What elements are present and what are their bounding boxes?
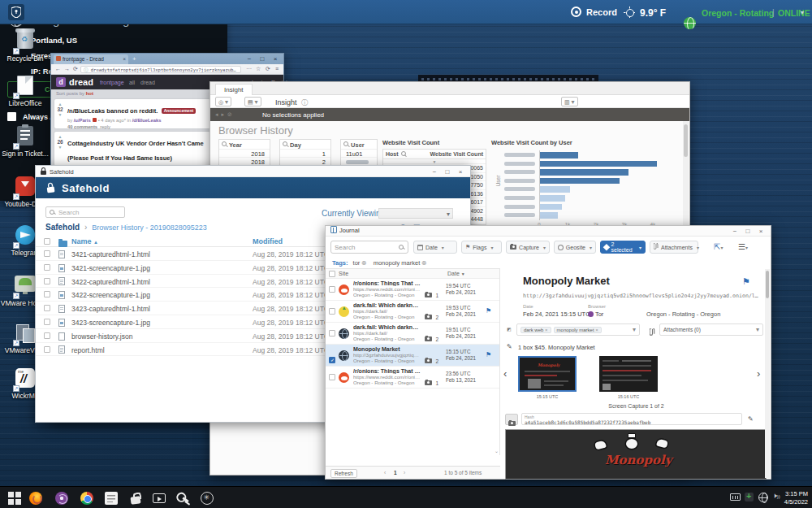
safehold-search-input[interactable]: Search — [45, 206, 125, 218]
info-icon[interactable]: ⓘ — [301, 98, 308, 107]
filter-capture[interactable]: Capture▾ — [506, 241, 550, 254]
tor-browser-icon[interactable] — [55, 492, 68, 505]
flag-icon[interactable]: ⚑ — [486, 307, 491, 315]
maximize-icon[interactable]: □ — [441, 168, 454, 176]
search-icon[interactable] — [401, 151, 407, 157]
detail-scrollbar[interactable] — [765, 269, 770, 478]
key-tool-icon[interactable] — [174, 489, 192, 507]
row-checkbox[interactable] — [44, 305, 50, 311]
remove-tag-icon[interactable]: × — [545, 328, 548, 332]
select-all-checkbox[interactable] — [44, 238, 50, 245]
row-checkbox[interactable] — [329, 330, 335, 336]
minimize-icon[interactable]: − — [728, 228, 741, 235]
vmware-tools-tray-icon[interactable] — [745, 493, 754, 501]
remove-tag-icon[interactable]: ⊗ — [421, 259, 426, 267]
carousel-prev-icon[interactable]: ‹ — [503, 367, 507, 380]
detail-tags-select[interactable]: dark web × monopoly market × ▾ — [516, 323, 640, 336]
filter-geosite[interactable]: Geosite▾ — [554, 241, 596, 254]
detail-note[interactable]: 1 box $45. Monopoly Market — [518, 344, 595, 351]
downvote-icon[interactable]: ▼ — [58, 112, 63, 117]
detail-url[interactable]: http://3gzfahduivuujvgjqztiq5vd2i5hnoowf… — [523, 293, 758, 299]
file-name[interactable]: report.html — [71, 346, 105, 354]
sort-posts-row[interactable]: Sort posts by hot — [56, 91, 93, 96]
site-column-header[interactable]: Site — [339, 271, 348, 276]
maximize-icon[interactable]: □ — [741, 228, 754, 235]
dread-post[interactable]: ▲26▼ CottageIndustry UK Vendor Order Has… — [54, 132, 210, 166]
remove-tag-icon[interactable]: × — [595, 328, 598, 332]
file-name[interactable]: browser-history.json — [71, 332, 132, 341]
sheet-list-dropdown[interactable]: ▤ ▾ — [244, 97, 261, 106]
chart-bar[interactable] — [540, 204, 562, 211]
scroll-down-icon[interactable]: ⌄ — [495, 448, 499, 454]
navigation-dropdown[interactable]: ◎ ▾ — [215, 97, 231, 106]
journal-taskbar-icon[interactable] — [105, 492, 118, 505]
file-name[interactable]: 3421-capturedhtml-1.html — [71, 250, 150, 258]
entry-title[interactable]: dark.fail: Which darknet sites ar... — [353, 302, 421, 308]
shield-pin-icon[interactable] — [8, 4, 24, 20]
safehold-taskbar-icon[interactable] — [129, 492, 142, 505]
chrome-icon[interactable] — [80, 492, 93, 505]
search-icon[interactable] — [283, 141, 288, 147]
remove-tag-icon[interactable]: ⊗ — [361, 259, 366, 267]
page-actions-icon[interactable]: ⋯ — [246, 66, 252, 72]
chart-bar[interactable] — [540, 161, 657, 167]
bookmark-dropdown[interactable]: ▥ ▾ — [561, 97, 578, 106]
post-author[interactable]: /u/Paris — [74, 118, 91, 123]
chart-bar[interactable] — [540, 169, 628, 176]
next-page-icon[interactable]: › — [404, 470, 405, 475]
date-column-header[interactable]: Date ▼ — [447, 271, 465, 276]
current-page[interactable]: 1 — [394, 470, 397, 475]
tag-chip[interactable]: tor⊗ — [353, 259, 367, 267]
pencil-icon[interactable]: ✎ — [748, 415, 754, 423]
nav-dread[interactable]: dread — [140, 80, 155, 85]
breadcrumb-root[interactable]: Safehold — [45, 223, 80, 232]
dread-logo-icon[interactable]: d — [56, 77, 66, 87]
url-field[interactable]: ⓘ dreadytofatroptsdj6io7l3xptbet6onoyno2… — [80, 66, 241, 73]
selection-history-icons[interactable]: ◂▸⊘ — [215, 111, 235, 118]
currently-viewing-dropdown[interactable]: ▾ — [378, 208, 453, 219]
visit-by-user-plot[interactable] — [539, 150, 669, 220]
nav-all[interactable]: all — [129, 80, 135, 85]
entry-title[interactable]: Monopoly Market — [353, 346, 421, 352]
row-checkbox[interactable] — [44, 319, 50, 325]
tag-chip[interactable]: monopoly market⊗ — [374, 259, 427, 267]
close-icon[interactable]: × — [269, 55, 282, 63]
export-icon[interactable]: ⇱▾ — [714, 242, 723, 251]
new-tab-icon[interactable]: + — [132, 55, 136, 63]
entry-title[interactable]: /r/onions: Things That Make Yo... — [353, 280, 421, 286]
carousel-next-icon[interactable]: › — [757, 367, 760, 380]
journal-entry-row[interactable]: dark.fail: Which darknet sites ar...http… — [326, 323, 499, 345]
close-icon[interactable]: × — [754, 228, 767, 235]
autoconnect-checkbox[interactable] — [7, 112, 16, 121]
refresh-button[interactable]: Refresh — [330, 469, 357, 478]
screen-capture-thumb-2[interactable] — [599, 356, 658, 392]
search-icon[interactable] — [343, 141, 349, 147]
chart-bar[interactable] — [540, 178, 620, 185]
row-checkbox[interactable] — [329, 286, 335, 293]
row-checkbox[interactable] — [44, 250, 50, 257]
tag-chip[interactable]: dark web × — [520, 327, 551, 333]
attachments-select[interactable]: Attachments (0)▾ — [659, 323, 763, 336]
browser-tab[interactable]: frontpage - Dread × — [54, 54, 128, 64]
hash-field[interactable]: Hash a4a51aceb8c1d6c0a585bdd5a87232f7235… — [521, 413, 742, 425]
browser-titlebar[interactable]: frontpage - Dread × + −□× — [51, 54, 283, 64]
close-icon[interactable]: × — [454, 168, 467, 176]
journal-search-input[interactable]: Search — [330, 241, 408, 254]
view-menu-icon[interactable]: ☰▾ — [738, 242, 748, 251]
reply-link[interactable]: reply — [100, 124, 110, 129]
journal-entry-row[interactable]: dark.fail: Which darknet sites ar...http… — [326, 301, 499, 323]
flag-icon[interactable]: ⚑ — [742, 276, 750, 287]
journal-entry-row[interactable]: /r/onions: Things That Make Yo...https:/… — [326, 279, 499, 301]
safehold-titlebar[interactable]: Safehold −□× — [36, 166, 470, 177]
post-title[interactable]: /n/BlueLeaks banned on reddit. — [67, 107, 158, 115]
camera-button[interactable] — [505, 414, 518, 425]
settings-wheel-icon[interactable] — [201, 492, 214, 505]
post-title[interactable]: CottageIndustry UK Vendor Order Hasn't C… — [67, 140, 204, 162]
capture-preview[interactable]: Monopoly — [505, 429, 767, 480]
keyboard-tray-icon[interactable] — [730, 493, 741, 501]
sync-icon[interactable]: ⟳ — [266, 66, 270, 72]
topbar-connection-name[interactable]: Oregon - Rotating — [702, 8, 774, 18]
chart-bar[interactable] — [540, 212, 558, 219]
filter-user[interactable]: User 11u01 — [340, 139, 378, 167]
firefox-icon[interactable] — [29, 492, 42, 505]
